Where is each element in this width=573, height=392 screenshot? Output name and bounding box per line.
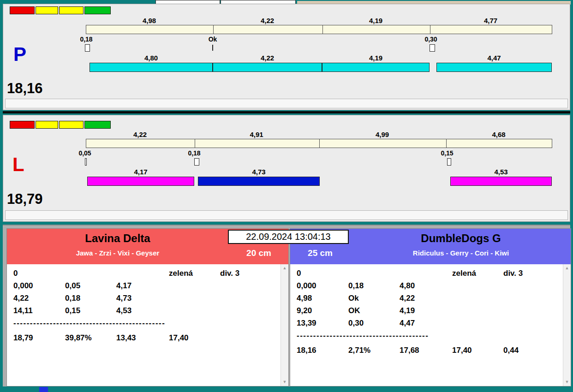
result-cell: 0,18 [348, 281, 364, 291]
track-divider [195, 139, 195, 148]
fault-time-label: 0,15 [437, 149, 457, 157]
total-time: 18,16 [297, 346, 316, 355]
run-bar [436, 63, 552, 72]
split-time-label: 4,91 [194, 131, 319, 138]
team-right-height: 25 cm [290, 248, 350, 258]
scroll-up-icon[interactable]: ▲ [281, 264, 288, 272]
result-row: 13,39 0,30 4,47 [290, 318, 562, 330]
result-cell: 4,19 [400, 306, 415, 315]
run-time-label: 4,53 [450, 168, 552, 176]
fault-marker-box [430, 44, 435, 52]
result-cell: 0,000 [297, 281, 316, 291]
lane-p-message-strip [5, 99, 568, 108]
result-cell: 0,15 [65, 306, 80, 315]
track-divider [430, 25, 430, 34]
result-row: 9,20 OK 4,19 [290, 305, 562, 318]
team-right-panel: DumbleDogs G Ridiculus - Gerry - Cori - … [290, 228, 571, 386]
run-bar [87, 177, 194, 186]
lane-divider [3, 111, 570, 113]
result-row: 4,98 Ok 4,22 [290, 293, 562, 305]
run-bar [198, 177, 320, 186]
result-cell: 4,47 [400, 319, 415, 328]
track-divider [322, 25, 323, 34]
run-time-label: 4,19 [322, 54, 430, 62]
fault-marker-box [85, 158, 87, 166]
result-cell: 4,22 [400, 294, 415, 303]
split-time-label: 4,19 [322, 17, 430, 24]
track-divider [319, 139, 320, 148]
team-left-panel: Lavina Delta Jawa - Zrzi - Vixi - Geyser… [6, 228, 289, 386]
team-left-scrollbar[interactable]: ▲ ▼ [281, 264, 288, 386]
result-cell: 13,39 [297, 319, 316, 328]
run-bar [90, 63, 213, 72]
total-value: 0,44 [503, 346, 519, 355]
total-value: 17,68 [400, 346, 419, 355]
team-right-name: DumbleDogs G [350, 232, 572, 245]
total-value: 13,43 [116, 333, 136, 343]
result-row: 0,000 0,18 4,80 [290, 280, 562, 293]
scroll-down-icon[interactable]: ▼ [281, 378, 288, 386]
results-area: 22.09.2024 13:04:13 Lavina Delta Jawa - … [3, 225, 570, 386]
fault-time-label: 0,18 [184, 149, 204, 157]
start-light-green [84, 121, 111, 129]
result-cell: 0,05 [65, 281, 80, 291]
lane-l-message-strip [5, 210, 568, 220]
team-left-results: 0 zelená div. 3 0,000 0,05 4,17 4,22 0,1… [7, 264, 288, 386]
team-left-dogs: Jawa - Zrzi - Vixi - Geyser [7, 249, 228, 257]
team-right-scrollbar[interactable]: ▲ ▼ [563, 264, 571, 386]
status-flag: 0 [297, 269, 301, 278]
status-division: div. 3 [220, 269, 239, 278]
fault-time-label: 0,30 [421, 36, 441, 43]
start-light-yellow-2 [59, 6, 84, 14]
total-percent: 2,71% [348, 346, 370, 355]
run-time-label: 4,17 [87, 168, 194, 176]
result-cell: 4,22 [13, 294, 29, 303]
fault-marker-box [194, 158, 199, 166]
run-time-label: 4,22 [213, 54, 322, 62]
start-light-green [84, 6, 111, 14]
result-separator-row: ----------------------------------------… [7, 318, 280, 330]
lane-p-panel: P 4,98 4,22 4,19 4,77 0,18 Ok 0,30 4,80 … [3, 4, 570, 110]
run-bar [450, 177, 552, 186]
result-cell: 0,000 [13, 281, 33, 291]
status-flag: 0 [13, 269, 18, 278]
run-time-label: 4,80 [90, 54, 213, 62]
fault-marker-box [447, 158, 451, 166]
scroll-up-icon[interactable]: ▲ [563, 264, 571, 272]
datetime-display: 22.09.2024 13:04:13 [228, 230, 349, 244]
fault-time-label: Ok [203, 36, 223, 43]
result-row: 0,000 0,05 4,17 [7, 280, 280, 293]
start-light-red [10, 121, 35, 129]
scroll-down-icon[interactable]: ▼ [563, 378, 571, 386]
result-row: 4,22 0,18 4,73 [7, 293, 280, 305]
result-cell: 4,53 [116, 306, 131, 315]
result-status-row: 0 zelená div. 3 [290, 268, 562, 280]
total-value: 17,40 [452, 346, 472, 355]
total-percent: 39,87% [65, 333, 92, 343]
run-bar [213, 63, 322, 72]
status-division: div. 3 [503, 269, 523, 278]
team-left-name: Lavina Delta [7, 232, 228, 245]
lane-l-total-time: 18,79 [7, 191, 43, 208]
result-separator: ----------------------------------------… [13, 319, 188, 328]
start-lights [10, 6, 116, 15]
result-row: 14,11 0,15 4,53 [7, 305, 280, 318]
result-totals-row: 18,16 2,71% 17,68 17,40 0,44 [290, 345, 562, 357]
result-cell: 0,18 [65, 294, 80, 303]
result-cell: 4,17 [116, 281, 131, 291]
result-totals-row: 18,79 39,87% 13,43 17,40 [7, 333, 280, 345]
status-color: zelená [452, 269, 476, 278]
result-cell: 14,11 [13, 306, 33, 315]
fault-marker-box [85, 44, 90, 52]
team-right-dogs: Ridiculus - Gerry - Cori - Kiwi [350, 249, 572, 257]
track-divider [213, 25, 214, 34]
split-time-label: 4,99 [319, 131, 446, 138]
start-light-yellow-1 [36, 6, 58, 14]
result-cell: 0,30 [348, 319, 364, 328]
total-time: 18,79 [13, 333, 33, 343]
start-light-red [10, 6, 35, 14]
result-separator: ---------------------------------------- [297, 331, 435, 340]
start-light-yellow-2 [59, 121, 84, 129]
fault-time-label: 0,18 [76, 36, 96, 43]
lane-p-letter: P [13, 45, 26, 64]
